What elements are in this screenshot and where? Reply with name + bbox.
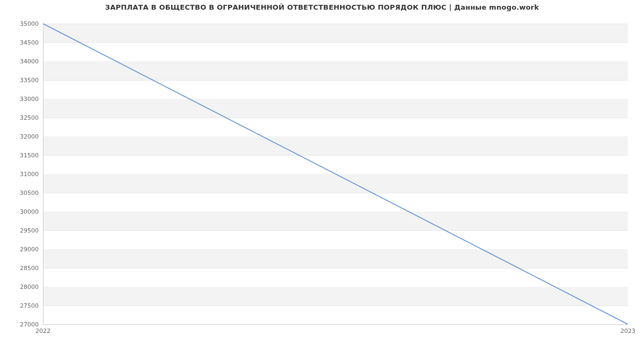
- y-axis-line: [43, 24, 43, 324]
- series-line: [43, 24, 628, 324]
- line-series: [43, 24, 628, 324]
- y-tick-label: 29500: [6, 227, 39, 234]
- y-tick-label: 35000: [6, 20, 39, 27]
- y-tick-label: 33500: [6, 77, 39, 84]
- chart-container: ЗАРПЛАТА В ОБЩЕСТВО В ОГРАНИЧЕННОЙ ОТВЕТ…: [0, 0, 644, 349]
- y-tick-label: 27500: [6, 302, 39, 309]
- y-tick-label: 28500: [6, 265, 39, 272]
- y-tick-label: 31000: [6, 171, 39, 178]
- chart-title: ЗАРПЛАТА В ОБЩЕСТВО В ОГРАНИЧЕННОЙ ОТВЕТ…: [0, 3, 644, 11]
- y-tick-label: 33000: [6, 96, 39, 103]
- y-tick-label: 30500: [6, 190, 39, 197]
- y-tick-label: 32000: [6, 133, 39, 140]
- y-tick-label: 28000: [6, 283, 39, 290]
- y-tick-label: 34000: [6, 58, 39, 65]
- y-tick-label: 31500: [6, 152, 39, 159]
- y-tick-label: 27000: [6, 321, 39, 328]
- plot-area: [43, 24, 628, 324]
- y-tick-label: 34500: [6, 39, 39, 46]
- y-tick-label: 29000: [6, 246, 39, 253]
- y-tick-label: 32500: [6, 114, 39, 121]
- x-tick-label: 2022: [35, 328, 50, 335]
- y-tick-label: 30000: [6, 208, 39, 215]
- x-axis-line: [43, 324, 628, 325]
- x-tick-label: 2023: [620, 328, 635, 335]
